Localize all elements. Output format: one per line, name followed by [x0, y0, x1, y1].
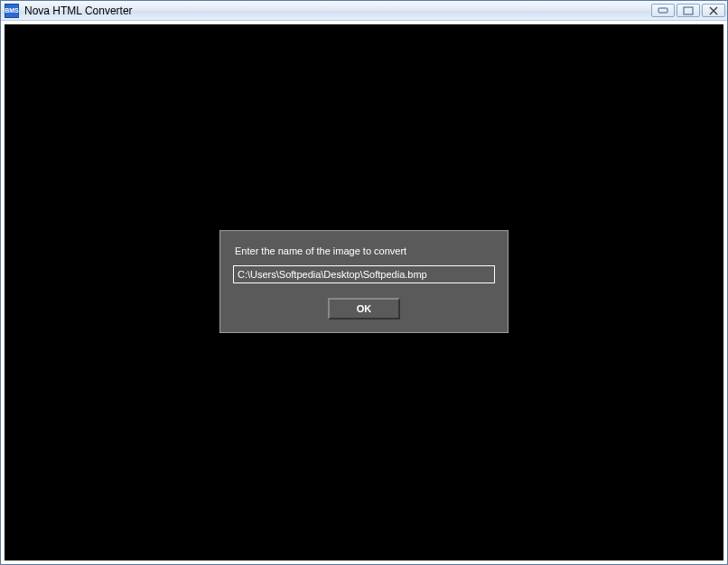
- close-icon: [707, 6, 720, 15]
- image-path-input[interactable]: [233, 265, 495, 283]
- svg-rect-1: [684, 7, 693, 14]
- maximize-button[interactable]: [677, 4, 700, 17]
- dialog-button-row: OK: [233, 298, 495, 320]
- app-window: BMS Nova HTML Converter SOFTPEDIA: [0, 0, 728, 565]
- titlebar[interactable]: BMS Nova HTML Converter: [1, 1, 727, 21]
- app-icon-label: BMS: [5, 7, 19, 14]
- maximize-icon: [682, 6, 695, 15]
- minimize-button[interactable]: [651, 4, 675, 17]
- svg-rect-0: [658, 8, 667, 13]
- minimize-icon: [657, 7, 669, 14]
- input-dialog: Enter the name of the image to convert O…: [219, 230, 509, 333]
- window-title: Nova HTML Converter: [24, 5, 651, 17]
- client-area: SOFTPEDIA Enter the name of the image to…: [1, 21, 727, 564]
- close-button[interactable]: [702, 4, 725, 17]
- app-icon: BMS: [5, 4, 19, 18]
- window-controls: [651, 4, 725, 17]
- ok-button[interactable]: OK: [328, 298, 400, 320]
- content-area: SOFTPEDIA Enter the name of the image to…: [5, 24, 723, 560]
- dialog-prompt: Enter the name of the image to convert: [235, 245, 495, 256]
